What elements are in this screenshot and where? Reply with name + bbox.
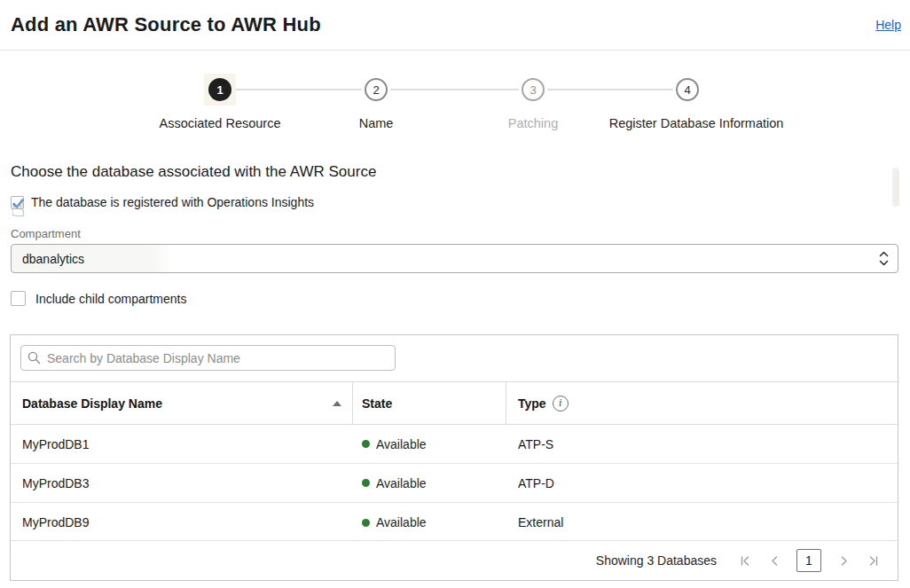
- state-text: Available: [376, 476, 427, 490]
- help-link[interactable]: Help: [875, 18, 901, 32]
- step-3-label: Patching: [508, 116, 558, 130]
- include-child-compartments-row[interactable]: Include child compartments: [11, 291, 186, 306]
- table-body: MyProdDB1 Available ATP-S MyProdDB3 Avai…: [11, 425, 898, 542]
- column-header-label: Type: [518, 396, 546, 411]
- pagination-previous-page-button[interactable]: [767, 553, 781, 568]
- first-page-icon: [740, 555, 751, 567]
- include-child-compartments-checkbox[interactable]: [11, 291, 26, 306]
- pagination-current-page[interactable]: 1: [796, 549, 821, 572]
- available-status-icon: [362, 440, 370, 448]
- available-status-icon: [362, 519, 370, 527]
- last-page-icon: [867, 555, 879, 567]
- sort-ascending-icon: [333, 401, 341, 406]
- compartment-label: Compartment: [11, 227, 81, 240]
- include-child-compartments-label: Include child compartments: [35, 292, 186, 306]
- select-updown-chevrons-icon: [879, 250, 889, 267]
- stepper-connector: [234, 89, 362, 90]
- dialog-header: Add an AWR Source to AWR Hub Help: [0, 0, 910, 51]
- state-text: Available: [376, 437, 427, 451]
- cell-state: Available: [353, 476, 506, 490]
- table-header-row: Database Display Name State Type i: [11, 381, 898, 425]
- step-1-label[interactable]: Associated Resource: [159, 116, 280, 130]
- cell-state: Available: [353, 437, 506, 451]
- table-row[interactable]: MyProdDB3 Available ATP-D: [11, 464, 898, 503]
- cell-database-name: MyProdDB9: [11, 515, 353, 529]
- cell-type: External: [506, 515, 898, 529]
- available-status-icon: [362, 479, 370, 487]
- step-4-circle[interactable]: 4: [676, 78, 699, 101]
- pagination-next-page-button[interactable]: [836, 553, 851, 568]
- section-title: Choose the database associated with the …: [11, 163, 376, 181]
- step-4-number: 4: [684, 83, 690, 97]
- column-header-label: State: [362, 396, 392, 411]
- registered-with-opsi-label: The database is registered with Operatio…: [31, 195, 314, 209]
- column-header-label: Database Display Name: [22, 396, 162, 411]
- pagination-first-page-button[interactable]: [738, 553, 752, 568]
- step-1-number: 1: [216, 83, 223, 97]
- next-page-icon: [838, 555, 850, 567]
- table-row[interactable]: MyProdDB1 Available ATP-S: [11, 425, 898, 464]
- registered-with-opsi-checkbox[interactable]: [11, 196, 24, 209]
- column-header-type: Type i: [506, 382, 898, 424]
- cell-database-name: MyProdDB1: [11, 437, 353, 451]
- page-title: Add an AWR Source to AWR Hub: [11, 13, 321, 36]
- type-info-icon[interactable]: i: [553, 396, 569, 412]
- wizard-stepper: 1 2 3 4 Associated Resource Name Patchin…: [0, 51, 910, 148]
- step-2-circle[interactable]: 2: [365, 78, 388, 101]
- previous-page-icon: [769, 555, 781, 567]
- step-3-number: 3: [530, 83, 536, 97]
- step-3-circle: 3: [522, 78, 545, 101]
- cell-type: ATP-D: [506, 476, 898, 490]
- step-2-label[interactable]: Name: [359, 116, 394, 130]
- cell-type: ATP-S: [506, 437, 898, 451]
- table-row[interactable]: MyProdDB9 Available External: [11, 503, 898, 542]
- compartment-selected-value: dbanalytics: [22, 252, 84, 266]
- databases-table-card: Database Display Name State Type i MyPro…: [10, 334, 898, 581]
- table-footer: Showing 3 Databases 1: [11, 540, 898, 580]
- column-header-database-display-name[interactable]: Database Display Name: [11, 382, 353, 424]
- step-4-label[interactable]: Register Database Information: [609, 116, 784, 130]
- search-field-wrap: [20, 345, 396, 371]
- cell-state: Available: [353, 515, 506, 529]
- column-header-state: State: [353, 382, 506, 424]
- state-text: Available: [376, 515, 427, 529]
- stepper-connector: [547, 89, 673, 90]
- checkmark-icon: [11, 196, 26, 211]
- pagination-last-page-button[interactable]: [866, 553, 880, 568]
- search-icon: [27, 351, 41, 365]
- step-2-number: 2: [373, 83, 379, 97]
- step-1-circle[interactable]: 1: [208, 78, 231, 101]
- registered-with-opsi-checkbox-row[interactable]: The database is registered with Operatio…: [11, 195, 314, 209]
- scrollbar-thumb[interactable]: [892, 168, 899, 207]
- cell-database-name: MyProdDB3: [11, 476, 353, 490]
- add-awr-source-dialog: Add an AWR Source to AWR Hub Help 1 2 3 …: [0, 0, 910, 588]
- stepper-connector: [390, 89, 519, 90]
- row-count-summary: Showing 3 Databases: [596, 553, 717, 568]
- compartment-select[interactable]: dbanalytics: [11, 244, 898, 273]
- search-input[interactable]: [20, 345, 396, 371]
